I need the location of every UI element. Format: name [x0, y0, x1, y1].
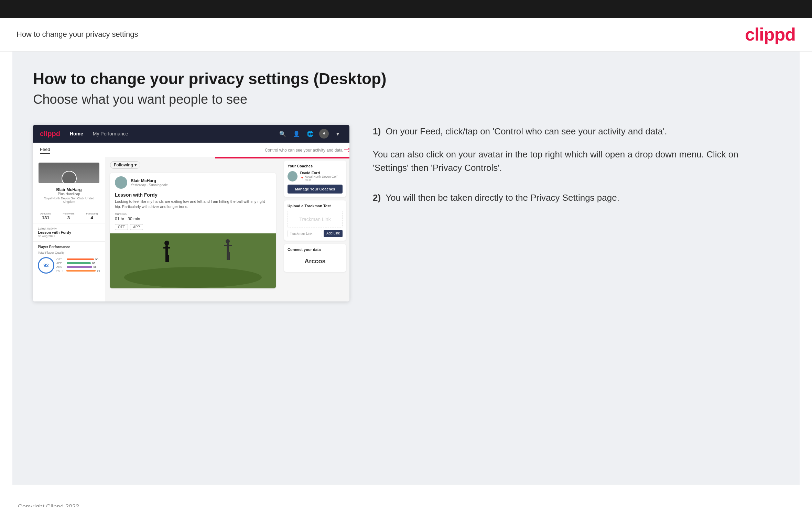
feed-user-location: Yesterday · Sunningdale	[131, 183, 168, 187]
chevron-down-icon[interactable]: ▾	[333, 129, 343, 139]
nav-link-performance[interactable]: My Performance	[93, 131, 128, 136]
feed-image	[110, 233, 276, 288]
activities-value: 131	[40, 215, 51, 220]
app-logo: clippd	[40, 130, 60, 138]
demo-container: clippd Home My Performance 🔍 👤 🌐 B ▾ Fee…	[33, 125, 779, 301]
coach-row: David Ford 📍 Royal North Devon Golf Club	[288, 171, 343, 182]
trackman-title: Upload a Trackman Test	[288, 204, 343, 208]
duration-value: 01 hr : 30 min	[115, 217, 271, 221]
user-name: Blair McHarg	[39, 187, 99, 192]
step2-text: 2) You will then be taken directly to th…	[373, 191, 772, 205]
followers-stat: Followers 3	[63, 212, 74, 220]
trackman-card: Upload a Trackman Test Trackman Link Tra…	[284, 200, 346, 241]
tag-app: APP	[130, 224, 143, 230]
red-border-top	[215, 157, 349, 158]
step1-number: 1)	[373, 126, 381, 136]
control-link[interactable]: Control who can see your activity and da…	[265, 148, 343, 153]
quality-row: 92 OTT 90 APP 85 ARG 86 PUTT	[38, 257, 100, 274]
quality-bars: OTT 90 APP 85 ARG 86 PUTT 96	[56, 258, 100, 273]
coach-name: David Ford	[300, 171, 343, 175]
svg-rect-12	[228, 252, 230, 260]
tag-ott: OTT	[115, 224, 128, 230]
connect-data-card: Connect your data Arccos	[284, 244, 346, 272]
feed-tags: OTT APP	[115, 224, 271, 230]
following-stat: Following 4	[86, 212, 98, 220]
instruction-2: 2) You will then be taken directly to th…	[373, 191, 772, 205]
following-button[interactable]: Following ▾	[110, 161, 140, 169]
app-screenshot: clippd Home My Performance 🔍 👤 🌐 B ▾ Fee…	[33, 125, 349, 301]
app-body: Blair McHarg Plus Handicap Royal North D…	[33, 157, 349, 301]
feed-card-header: Blair McHarg Yesterday · Sunningdale	[110, 173, 276, 192]
svg-rect-0	[215, 157, 349, 158]
user-avatar-button[interactable]: B	[319, 129, 329, 139]
clippd-logo: clippd	[745, 24, 795, 45]
feed-tab[interactable]: Feed	[40, 145, 50, 154]
svg-point-2	[124, 267, 262, 288]
user-club: Royal North Devon Golf Club, United King…	[39, 197, 99, 203]
trackman-placeholder: Trackman Link	[288, 211, 343, 228]
user-card: Blair McHarg Plus Handicap Royal North D…	[33, 157, 105, 209]
feed-user-name: Blair McHarg	[131, 178, 168, 183]
app-right-panel: Your Coaches David Ford 📍 Royal North De…	[281, 157, 349, 301]
svg-point-3	[164, 241, 169, 245]
svg-rect-11	[227, 252, 228, 260]
top-bar	[0, 0, 812, 18]
trackman-input-row: Trackman Link Add Link	[288, 230, 343, 237]
manage-coaches-button[interactable]: Manage Your Coaches	[288, 185, 343, 194]
following-value: 4	[86, 215, 98, 220]
add-link-button[interactable]: Add Link	[324, 230, 343, 237]
duration-label: Duration	[115, 212, 271, 216]
your-coaches-card: Your Coaches David Ford 📍 Royal North De…	[284, 161, 346, 197]
main-content: How to change your privacy settings (Des…	[12, 52, 800, 485]
feed-card-body: Lesson with Fordy Looking to feel like m…	[110, 192, 276, 233]
app-feed: Following ▾ Blair McHarg Yesterday · Sun…	[105, 157, 281, 301]
la-date: 03 Aug 2022	[38, 234, 100, 238]
user-stats: Activities 131 Followers 3 Following 4	[33, 209, 105, 223]
nav-link-home[interactable]: Home	[70, 131, 83, 136]
feed-avatar	[115, 176, 127, 189]
article-title: How to change your privacy settings (Des…	[33, 69, 779, 88]
latest-activity: Latest Activity Lesson with Fordy 03 Aug…	[33, 223, 105, 242]
step1-text: 1) On your Feed, click/tap on 'Control w…	[373, 125, 772, 138]
svg-rect-5	[163, 247, 170, 249]
search-icon[interactable]: 🔍	[278, 129, 288, 139]
svg-rect-7	[167, 255, 169, 262]
instructions-panel: 1) On your Feed, click/tap on 'Control w…	[366, 125, 779, 221]
svg-rect-10	[224, 245, 232, 246]
la-value: Lesson with Fordy	[38, 230, 100, 234]
la-label: Latest Activity	[38, 227, 100, 230]
lesson-desc: Looking to feel like my hands are exitin…	[115, 199, 271, 210]
step1-text-extra: You can also click on your avatar in the…	[373, 148, 772, 175]
coach-info: David Ford 📍 Royal North Devon Golf Club	[300, 171, 343, 182]
user-avatar	[62, 171, 77, 183]
feed-header: Following ▾	[110, 161, 276, 169]
pp-title: Player Performance	[38, 245, 100, 249]
following-label: Following	[86, 212, 98, 215]
activities-label: Activities	[40, 212, 51, 215]
feed-user-info: Blair McHarg Yesterday · Sunningdale	[131, 178, 168, 187]
app-sub-nav: Feed Control who can see your activity a…	[33, 143, 349, 157]
instruction-1: 1) On your Feed, click/tap on 'Control w…	[373, 125, 772, 175]
golf-scene	[110, 233, 276, 288]
lesson-title: Lesson with Fordy	[115, 192, 271, 198]
user-handicap: Plus Handicap	[39, 192, 99, 196]
trackman-input[interactable]: Trackman Link	[288, 230, 322, 237]
followers-label: Followers	[63, 212, 74, 215]
footer: Copyright Clippd 2022	[0, 497, 812, 507]
step2-number: 2)	[373, 192, 381, 203]
followers-value: 3	[63, 215, 74, 220]
app-nav: clippd Home My Performance 🔍 👤 🌐 B ▾	[33, 125, 349, 143]
pp-quality-label: Total Player Quality	[38, 251, 100, 254]
globe-icon[interactable]: 🌐	[305, 129, 315, 139]
feed-card: Blair McHarg Yesterday · Sunningdale Les…	[110, 173, 276, 288]
app-sidebar: Blair McHarg Plus Handicap Royal North D…	[33, 157, 105, 301]
svg-rect-4	[165, 245, 168, 255]
coach-avatar	[288, 171, 297, 181]
coaches-title: Your Coaches	[288, 164, 343, 168]
red-arrow-icon	[344, 147, 349, 152]
person-icon[interactable]: 👤	[292, 129, 301, 139]
location-icon: 📍	[300, 177, 304, 180]
user-banner	[39, 163, 99, 183]
svg-rect-9	[227, 243, 229, 252]
site-header: How to change your privacy settings clip…	[0, 18, 812, 52]
